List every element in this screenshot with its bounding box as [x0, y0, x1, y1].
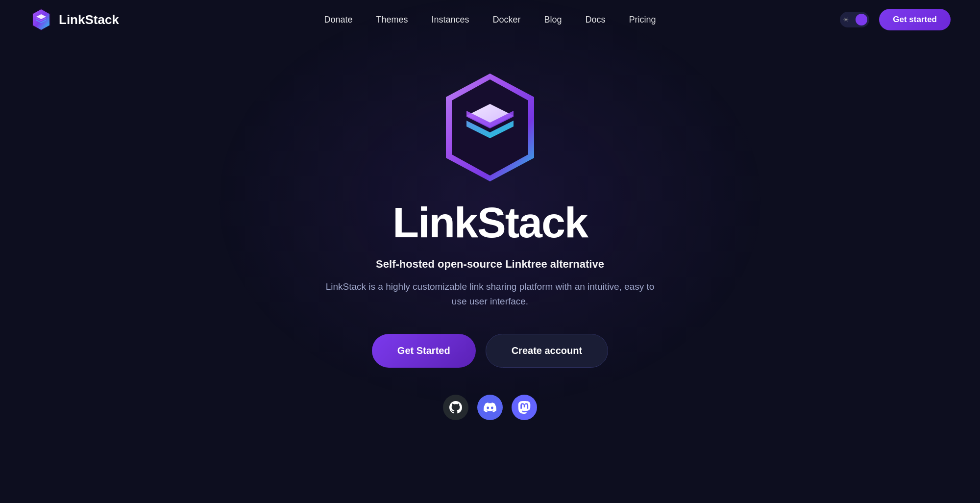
- nav-right: ☀ Get started: [840, 9, 951, 30]
- hero-title: LinkStack: [392, 201, 588, 244]
- nav-docker[interactable]: Docker: [493, 15, 521, 25]
- hero-subtitle: Self-hosted open-source Linktree alterna…: [376, 258, 604, 271]
- navbar: LinkStack Donate Themes Instances Docker…: [0, 0, 980, 39]
- get-started-button[interactable]: Get Started: [372, 334, 476, 368]
- create-account-button[interactable]: Create account: [486, 334, 609, 368]
- logo[interactable]: LinkStack: [29, 8, 119, 31]
- nav-blog[interactable]: Blog: [544, 15, 562, 25]
- nav-get-started-button[interactable]: Get started: [879, 9, 951, 30]
- hero-buttons: Get Started Create account: [372, 334, 608, 368]
- github-icon[interactable]: [443, 395, 468, 420]
- discord-icon[interactable]: [477, 395, 503, 420]
- hero-section: LinkStack Self-hosted open-source Linktr…: [0, 39, 980, 420]
- hero-description: LinkStack is a highly customizable link …: [318, 279, 662, 309]
- nav-docs[interactable]: Docs: [586, 15, 606, 25]
- nav-pricing[interactable]: Pricing: [629, 15, 656, 25]
- nav-instances[interactable]: Instances: [431, 15, 469, 25]
- social-icons: [443, 395, 537, 420]
- nav-links: Donate Themes Instances Docker Blog Docs…: [324, 15, 656, 25]
- logo-icon: [29, 8, 53, 31]
- brand-name: LinkStack: [59, 12, 119, 27]
- hero-logo-icon: [436, 69, 544, 186]
- nav-themes[interactable]: Themes: [376, 15, 408, 25]
- toggle-circle: [856, 14, 867, 25]
- sun-icon: ☀: [843, 16, 849, 24]
- theme-toggle[interactable]: ☀: [840, 12, 869, 27]
- nav-donate[interactable]: Donate: [324, 15, 352, 25]
- mastodon-icon[interactable]: [512, 395, 537, 420]
